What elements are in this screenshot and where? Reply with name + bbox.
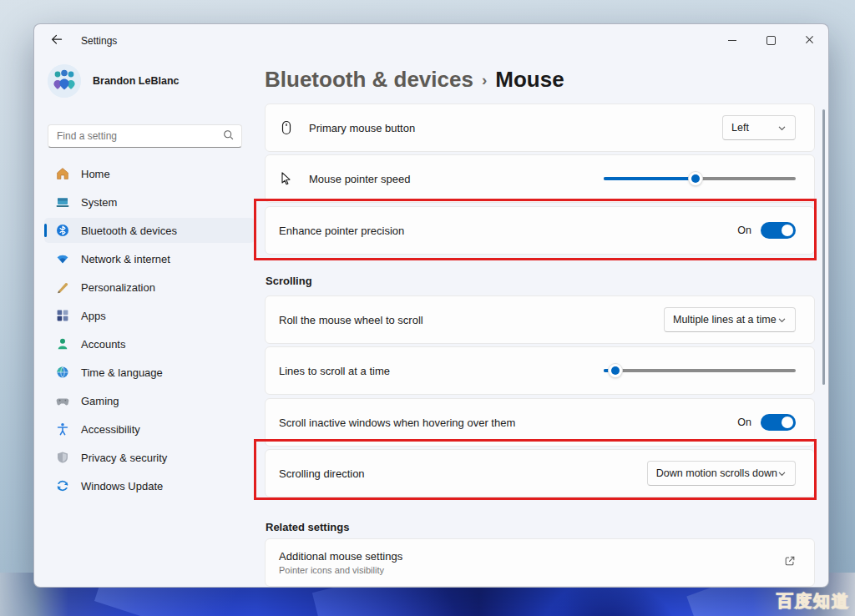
search-input[interactable]	[48, 125, 241, 147]
sidebar-nav: Home System Bluetooth & devices Network …	[34, 161, 265, 502]
chevron-down-icon	[777, 124, 787, 133]
setting-label: Scrolling direction	[279, 467, 365, 480]
close-icon	[805, 34, 814, 47]
sidebar-item-personalization[interactable]: Personalization	[44, 275, 255, 300]
user-profile[interactable]: Brandon LeBlanc	[48, 63, 251, 99]
sidebar-item-label: Bluetooth & devices	[81, 225, 177, 237]
network-icon	[56, 252, 69, 265]
sidebar-item-home[interactable]: Home	[44, 161, 255, 186]
search-icon	[223, 129, 235, 144]
mouse-icon	[279, 120, 294, 135]
window-controls	[713, 24, 828, 58]
settings-window: Settings	[33, 23, 829, 588]
avatar	[48, 64, 81, 98]
scrolling-direction-dropdown[interactable]: Down motion scrolls down	[647, 461, 796, 486]
slider-thumb[interactable]	[609, 364, 622, 377]
primary-mouse-button-dropdown[interactable]: Left	[722, 115, 796, 140]
sidebar-item-privacy-security[interactable]: Privacy & security	[44, 445, 255, 470]
toggle-knob	[782, 225, 793, 236]
toggle-state-label: On	[737, 225, 751, 236]
chevron-down-icon	[777, 469, 787, 478]
enhance-pointer-precision-toggle[interactable]	[761, 222, 796, 239]
sidebar-item-system[interactable]: System	[44, 189, 255, 215]
setting-label: Additional mouse settings	[279, 550, 402, 563]
desktop: Settings	[0, 0, 855, 616]
lines-to-scroll-slider[interactable]	[604, 362, 796, 379]
main-content: Bluetooth & devices › Mouse Primary mous…	[265, 24, 815, 587]
sidebar-item-label: Gaming	[81, 395, 119, 407]
window-title: Settings	[81, 35, 117, 47]
setting-label: Primary mouse button	[309, 122, 415, 134]
sidebar-item-bluetooth-devices[interactable]: Bluetooth & devices	[44, 218, 255, 243]
selection-indicator	[44, 224, 47, 237]
chevron-down-icon	[777, 316, 787, 325]
sidebar-item-label: Time & language	[81, 366, 163, 379]
sidebar-item-label: Apps	[81, 310, 106, 322]
setting-row-scrolling-direction: Scrolling direction Down motion scrolls …	[265, 449, 815, 497]
sidebar-item-windows-update[interactable]: Windows Update	[44, 473, 255, 498]
close-button[interactable]	[790, 24, 828, 56]
setting-row-lines-to-scroll: Lines to scroll at a time	[265, 346, 815, 395]
user-name: Brandon LeBlanc	[93, 75, 180, 87]
accounts-icon	[56, 337, 69, 351]
slider-fill	[604, 177, 696, 180]
search-box	[48, 124, 242, 148]
breadcrumb: Bluetooth & devices › Mouse	[265, 64, 815, 93]
accessibility-icon	[56, 422, 69, 436]
windows-update-icon	[56, 479, 69, 492]
page-title: Mouse	[495, 66, 564, 93]
breadcrumb-parent[interactable]: Bluetooth & devices	[265, 66, 473, 93]
sidebar-item-label: Accessibility	[81, 423, 140, 436]
setting-row-scroll-inactive-windows: Scroll inactive windows when hovering ov…	[265, 398, 815, 447]
sidebar-item-accounts[interactable]: Accounts	[44, 331, 255, 356]
sidebar-item-time-language[interactable]: Time & language	[44, 360, 255, 385]
sidebar-item-label: System	[81, 196, 117, 209]
system-icon	[56, 195, 69, 209]
privacy-security-icon	[56, 451, 69, 464]
minimize-icon	[728, 40, 736, 41]
section-header-scrolling: Scrolling	[266, 275, 815, 288]
sidebar-item-label: Accounts	[81, 338, 125, 351]
additional-mouse-settings-link[interactable]: Additional mouse settings Pointer icons …	[265, 538, 815, 587]
cursor-icon	[279, 171, 294, 186]
setting-label: Lines to scroll at a time	[279, 365, 390, 377]
sidebar-item-label: Privacy & security	[81, 452, 167, 464]
back-button[interactable]	[43, 29, 69, 53]
setting-row-mouse-pointer-speed: Mouse pointer speed	[265, 154, 815, 203]
maximize-button[interactable]	[751, 24, 790, 56]
breadcrumb-separator: ›	[482, 64, 487, 93]
setting-row-roll-mouse-wheel: Roll the mouse wheel to scroll Multiple …	[265, 295, 815, 344]
setting-sublabel: Pointer icons and visibility	[279, 565, 402, 575]
watermark: 百度知道	[777, 590, 850, 613]
sidebar-item-label: Personalization	[81, 281, 155, 294]
minimize-button[interactable]	[713, 24, 751, 56]
section-header-related-settings: Related settings	[266, 521, 815, 534]
scroll-inactive-windows-toggle[interactable]	[761, 414, 796, 431]
sidebar-item-gaming[interactable]: Gaming	[44, 388, 255, 413]
scrollbar[interactable]	[822, 109, 825, 385]
setting-label: Enhance pointer precision	[279, 225, 404, 237]
title-bar: Settings	[34, 24, 828, 58]
time-language-icon	[56, 366, 69, 379]
slider-track	[604, 369, 796, 372]
setting-label: Mouse pointer speed	[309, 173, 410, 185]
mouse-pointer-speed-slider[interactable]	[604, 170, 796, 187]
dropdown-value: Multiple lines at a time	[673, 314, 777, 326]
mouse-wheel-scroll-dropdown[interactable]: Multiple lines at a time	[664, 307, 796, 332]
slider-thumb[interactable]	[689, 172, 702, 185]
setting-label: Scroll inactive windows when hovering ov…	[279, 417, 515, 429]
bluetooth-icon	[56, 224, 69, 237]
sidebar-item-apps[interactable]: Apps	[44, 303, 255, 328]
apps-icon	[56, 309, 69, 322]
sidebar: Brandon LeBlanc Home System	[34, 58, 265, 587]
dropdown-value: Left	[731, 122, 749, 134]
toggle-state-label: On	[737, 417, 751, 428]
back-arrow-icon	[50, 33, 63, 48]
sidebar-item-label: Home	[81, 168, 110, 180]
setting-label: Roll the mouse wheel to scroll	[279, 314, 423, 326]
sidebar-item-accessibility[interactable]: Accessibility	[44, 417, 255, 442]
gaming-icon	[56, 394, 69, 407]
maximize-icon	[766, 36, 776, 45]
external-link-icon	[784, 555, 796, 570]
sidebar-item-network-internet[interactable]: Network & internet	[44, 246, 255, 271]
